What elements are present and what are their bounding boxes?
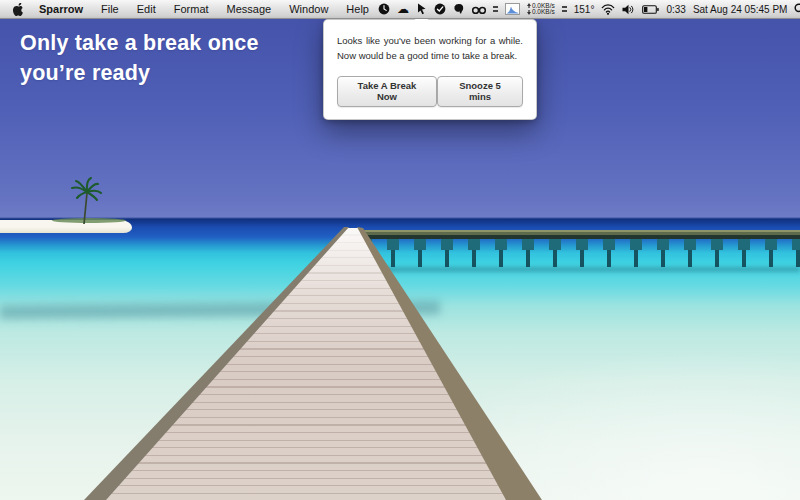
network-speed-readout[interactable]: 0.0KB/s 0.0KB/s (527, 3, 555, 16)
menu-bar: Sparrow File Edit Format Message Window … (0, 0, 800, 19)
menu-bar-status: ☁ (378, 3, 800, 16)
popover-message-line-1: Looks like you've been working for a whi… (337, 33, 523, 48)
checkmark-badge-icon[interactable] (434, 3, 446, 15)
apple-icon (13, 3, 24, 16)
far-pier-deck (360, 230, 800, 239)
far-pier (360, 230, 800, 276)
temperature-menulet[interactable]: 151° (574, 4, 595, 15)
istat-mini-icon[interactable] (493, 6, 498, 12)
istat-mini-icon-2[interactable] (562, 6, 567, 12)
snooze-button[interactable]: Snooze 5 mins (437, 76, 523, 107)
far-pier-pylon-stems (360, 250, 800, 267)
menu-bar-left: Sparrow File Edit Format Message Window … (0, 0, 378, 18)
menu-item-edit[interactable]: Edit (128, 0, 165, 18)
far-pier-reflection (360, 267, 800, 272)
break-timer-clock-icon[interactable] (378, 3, 390, 15)
far-pier-pylon-heads (360, 239, 800, 250)
menu-item-format[interactable]: Format (165, 0, 218, 18)
download-speed: 0.0KB/s (532, 9, 555, 16)
battery-icon[interactable] (642, 5, 659, 14)
spotlight-search-icon[interactable] (794, 3, 800, 15)
network-graph-icon[interactable] (505, 3, 520, 15)
menu-item-window[interactable]: Window (280, 0, 337, 18)
menu-item-file[interactable]: File (92, 0, 128, 18)
menu-item-sparrow[interactable]: Sparrow (30, 0, 92, 18)
wifi-icon[interactable] (601, 4, 615, 15)
take-break-button[interactable]: Take A Break Now (337, 76, 437, 107)
down-arrow-icon (527, 10, 531, 15)
desktop-headline: Only take a break once you’re ready (20, 29, 295, 88)
menu-item-help[interactable]: Help (337, 0, 378, 18)
menu-item-message[interactable]: Message (218, 0, 281, 18)
cursor-pointer-icon[interactable] (416, 3, 427, 15)
apple-menu[interactable] (11, 3, 30, 16)
popover-message-line-2: Now would be a good time to take a break… (337, 48, 523, 63)
palm-tree (68, 176, 104, 226)
binoculars-icon[interactable] (472, 4, 486, 15)
up-arrow-icon (527, 3, 531, 8)
break-reminder-popover: Looks like you've been working for a whi… (323, 19, 537, 120)
break-timer-countdown[interactable]: 0:33 (666, 4, 685, 15)
popover-body: Looks like you've been working for a whi… (324, 20, 536, 119)
clock-menulet[interactable]: Sat Aug 24 05:45 PM (693, 4, 788, 15)
cloud-sync-icon[interactable]: ☁ (397, 3, 409, 15)
popover-buttons: Take A Break Now Snooze 5 mins (337, 76, 523, 107)
volume-icon[interactable] (622, 4, 635, 15)
evernote-elephant-icon[interactable] (453, 3, 465, 15)
